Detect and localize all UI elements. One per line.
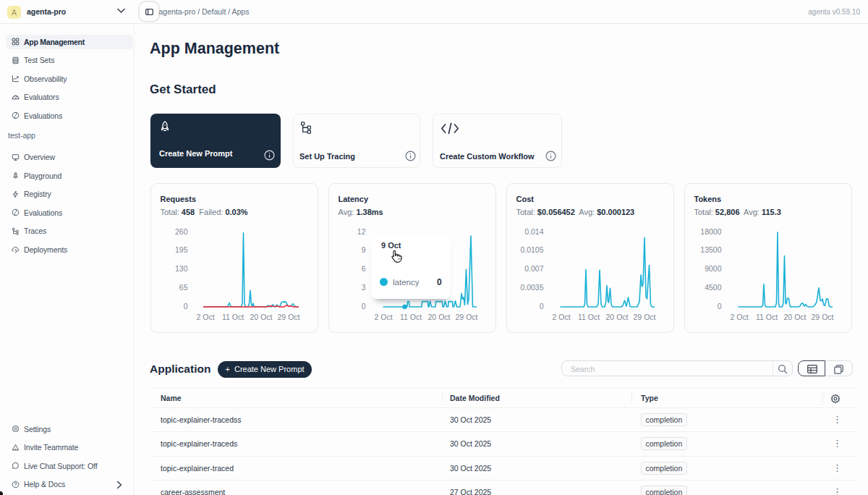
svg-text:11 Oct: 11 Oct bbox=[756, 313, 778, 321]
svg-text:0: 0 bbox=[540, 302, 544, 310]
svg-text:0: 0 bbox=[362, 302, 366, 310]
svg-text:18000: 18000 bbox=[700, 227, 721, 236]
svg-text:0: 0 bbox=[184, 302, 188, 310]
svg-text:2 Oct: 2 Oct bbox=[196, 313, 214, 321]
svg-text:29 Oct: 29 Oct bbox=[278, 313, 300, 321]
svg-text:29 Oct: 29 Oct bbox=[812, 313, 834, 321]
svg-text:2 Oct: 2 Oct bbox=[730, 313, 748, 321]
svg-text:20 Oct: 20 Oct bbox=[784, 313, 807, 321]
svg-text:3: 3 bbox=[362, 283, 366, 292]
svg-text:11 Oct: 11 Oct bbox=[222, 313, 244, 321]
svg-text:0.007: 0.007 bbox=[524, 264, 543, 273]
svg-text:9: 9 bbox=[362, 245, 366, 254]
svg-text:2 Oct: 2 Oct bbox=[374, 313, 392, 321]
svg-text:130: 130 bbox=[175, 264, 188, 273]
svg-text:0.0105: 0.0105 bbox=[520, 245, 543, 254]
svg-text:65: 65 bbox=[179, 283, 188, 292]
svg-text:29 Oct: 29 Oct bbox=[634, 313, 656, 321]
svg-text:11 Oct: 11 Oct bbox=[400, 313, 422, 321]
svg-text:20 Oct: 20 Oct bbox=[428, 313, 451, 321]
svg-text:0.014: 0.014 bbox=[524, 227, 543, 236]
svg-text:4500: 4500 bbox=[705, 283, 722, 292]
svg-text:0: 0 bbox=[718, 302, 722, 310]
svg-text:12: 12 bbox=[357, 227, 366, 236]
svg-text:195: 195 bbox=[175, 245, 188, 254]
svg-text:6: 6 bbox=[362, 264, 366, 273]
svg-text:2 Oct: 2 Oct bbox=[552, 313, 570, 321]
svg-text:9000: 9000 bbox=[705, 264, 722, 273]
svg-text:29 Oct: 29 Oct bbox=[456, 313, 478, 321]
svg-text:13500: 13500 bbox=[700, 245, 721, 254]
svg-text:20 Oct: 20 Oct bbox=[250, 313, 273, 321]
svg-text:20 Oct: 20 Oct bbox=[606, 313, 629, 321]
svg-text:11 Oct: 11 Oct bbox=[578, 313, 600, 321]
svg-text:260: 260 bbox=[175, 227, 188, 236]
svg-text:0.0035: 0.0035 bbox=[520, 283, 543, 292]
